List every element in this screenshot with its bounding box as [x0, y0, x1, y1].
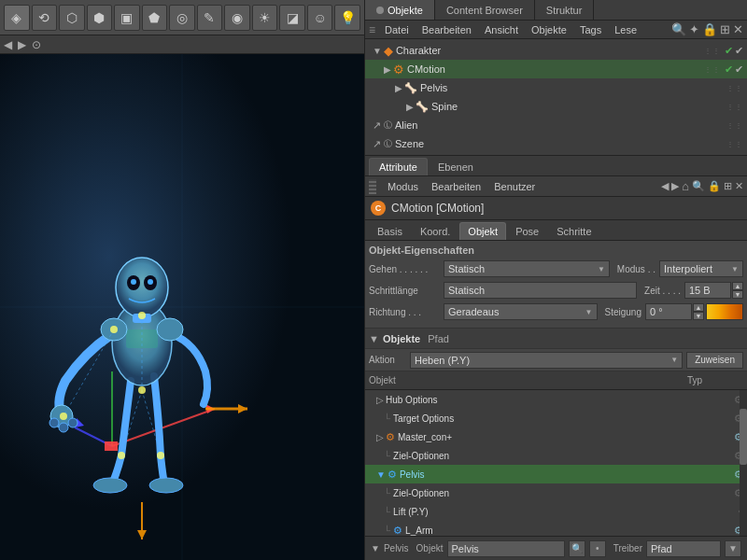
assign-button[interactable]: Zuweisen	[686, 352, 743, 369]
objects-section: ▼ Objekte Pfad Aktion Heben (P.Y) ▼ Zuwe…	[365, 329, 747, 536]
list-item-master-con[interactable]: ▷ ⚙ Master_con+ ⚙	[365, 427, 747, 446]
tree-item-pelvis[interactable]: ▶ 🦴 Pelvis ⋮⋮	[365, 78, 747, 97]
tool-poly[interactable]: ⬟	[142, 5, 168, 31]
status-search-btn[interactable]: 🔍	[569, 540, 585, 557]
list-item-ziel-optionen-2[interactable]: └ Ziel-Optionen ⚙	[365, 483, 747, 502]
tree-item-spine[interactable]: ▶ 🦴 Spine ⋮⋮	[365, 97, 747, 116]
home-icon[interactable]: ⌂	[682, 179, 689, 193]
tree-item-charakter[interactable]: ▼ ◆ Charakter ⋮⋮ ✔ ✔	[365, 41, 747, 60]
tab-pose[interactable]: Pose	[507, 222, 547, 240]
tab-content-browser[interactable]: Content Browser	[435, 0, 535, 20]
menu-datei[interactable]: Datei	[381, 24, 413, 35]
steigung-stepper[interactable]: ▲ ▼	[693, 303, 704, 320]
svg-point-33	[118, 452, 125, 459]
search2-icon[interactable]: 🔍	[692, 180, 705, 192]
prop-row-schrittlaenge: Schrittlänge Statisch Zeit . . . . 15 B …	[369, 281, 743, 300]
status-toggle-icon[interactable]: ▼	[371, 543, 380, 553]
tree-item-alien[interactable]: ↗ Ⓛ Alien ⋮⋮	[365, 116, 747, 134]
tool-light[interactable]: ☀	[252, 5, 278, 31]
attr-modus[interactable]: Modus	[384, 181, 422, 192]
attr-right-icons: ◀ ▶ ⌂ 🔍 🔒 ⊞ ✕	[661, 179, 743, 193]
menu-lese[interactable]: Lese	[611, 24, 641, 35]
menu-objekte[interactable]: Objekte	[528, 24, 571, 35]
tree-item-szene[interactable]: ↗ Ⓛ Szene ⋮⋮	[365, 134, 747, 153]
list-item-target-options[interactable]: └ Target Options ⚙	[365, 409, 747, 427]
action-arrow-icon: ▼	[670, 356, 678, 364]
status-treiber-field[interactable]: Pfad	[646, 540, 721, 557]
target-options-name: Target Options	[393, 413, 734, 424]
settings2-icon[interactable]: ⊞	[724, 180, 732, 192]
prop-input-schrittlaenge[interactable]: Statisch	[444, 282, 637, 299]
tool-select[interactable]: ◈	[4, 5, 30, 31]
steigung-step-down[interactable]: ▼	[693, 312, 704, 320]
tool-brush[interactable]: ◎	[169, 5, 195, 31]
tab-objekt[interactable]: Objekt	[459, 222, 506, 240]
nav-prev-icon[interactable]: ◀	[661, 180, 669, 192]
search-icon[interactable]: 🔍	[671, 22, 686, 36]
list-item-pelvis[interactable]: ▼ ⚙ Pelvis ⚙	[365, 465, 747, 483]
objects-toggle-icon[interactable]: ▼	[369, 333, 379, 344]
viewport-3d: ◈ ⟲ ⬡ ⬢ ▣ ⬟ ◎ ✎ ◉ ☀ ◪ ☺ 💡 ◀ ▶ ⊙	[0, 0, 364, 560]
nav-left[interactable]: ◀	[4, 38, 12, 51]
list-item-ziel-optionen-1[interactable]: └ Ziel-Optionen ⚙	[365, 446, 747, 465]
zeit-step-down[interactable]: ▼	[732, 290, 743, 299]
status-objekt-label: Objekt	[416, 543, 444, 553]
prop-select-gehen[interactable]: Statisch ▼	[444, 260, 610, 277]
list-item-l-arm[interactable]: └ ⚙ L_Arm ⚙	[365, 521, 747, 536]
menu-tags[interactable]: Tags	[576, 24, 605, 35]
attr-benutzer[interactable]: Benutzer	[490, 181, 539, 192]
tool-move[interactable]: ⟲	[32, 5, 58, 31]
settings-icon[interactable]: ⊞	[720, 22, 730, 36]
col-typ-label: Typ	[687, 375, 725, 385]
status-treiber-arrow-icon[interactable]: ▼	[725, 540, 741, 557]
tool-scale[interactable]: ⬡	[59, 5, 85, 31]
tool-face[interactable]: ◉	[224, 5, 250, 31]
tab-struktur[interactable]: Struktur	[535, 0, 595, 20]
lock2-icon[interactable]: 🔒	[708, 180, 721, 192]
top-tabs: Objekte Content Browser Struktur	[365, 0, 747, 21]
zeit-stepper[interactable]: ▲ ▼	[732, 282, 743, 299]
steigung-step-up[interactable]: ▲	[693, 303, 704, 312]
tool-pencil[interactable]: ✎	[197, 5, 223, 31]
tool-camera[interactable]: ◪	[279, 5, 305, 31]
zeit-step-up[interactable]: ▲	[732, 282, 743, 290]
magnet-icon[interactable]: ✦	[689, 22, 699, 36]
attr-tab-ebenen[interactable]: Ebenen	[428, 158, 484, 175]
nav-next-icon[interactable]: ▶	[671, 180, 679, 192]
prop-value-zeit[interactable]: 15 B	[684, 282, 731, 299]
action-select[interactable]: Heben (P.Y) ▼	[410, 352, 683, 369]
menu-ansicht[interactable]: Ansicht	[481, 24, 522, 35]
prop-select-richtung[interactable]: Geradeaus ▼	[444, 303, 598, 320]
svg-rect-8	[105, 441, 118, 451]
tool-lamp[interactable]: 💡	[334, 5, 360, 31]
status-objekt-field[interactable]: Pelvis	[447, 540, 565, 557]
attr-bearbeiten[interactable]: Bearbeiten	[428, 181, 485, 192]
tool-smiley[interactable]: ☺	[307, 5, 333, 31]
tab-schritte[interactable]: Schritte	[548, 222, 599, 240]
tree-dots-pelvis: ⋮⋮	[726, 84, 743, 92]
tool-rotate[interactable]: ⬢	[87, 5, 113, 31]
close-icon[interactable]: ✕	[733, 22, 743, 36]
tool-shape[interactable]: ▣	[114, 5, 140, 31]
tab-basis[interactable]: Basis	[369, 222, 411, 240]
list-item-lift[interactable]: └ Lift (P.Y) •	[365, 502, 747, 521]
tree-item-cmotion[interactable]: ▶ ⚙ CMotion ⋮⋮ ✔ ✔	[365, 60, 747, 78]
list-item-hub-options[interactable]: ▷ Hub Options ⚙	[365, 390, 747, 409]
object-list: ▷ Hub Options ⚙ └ Target Options ⚙ ▷ ⚙ M…	[365, 390, 747, 536]
svg-point-30	[110, 326, 118, 333]
object-list-scrollbar[interactable]	[740, 390, 747, 536]
nav-camera[interactable]: ⊙	[32, 38, 41, 51]
lock-icon[interactable]: 🔒	[702, 22, 717, 36]
tab-objekte[interactable]: Objekte	[365, 0, 435, 20]
tree-check-charakter: ✔	[725, 45, 733, 57]
prop-value-steigung[interactable]: 0 °	[645, 303, 692, 320]
menu-bearbeiten[interactable]: Bearbeiten	[418, 24, 475, 35]
ziel-optionen-2-name: Ziel-Optionen	[393, 488, 734, 498]
attr-tab-attribute[interactable]: Attribute	[369, 158, 428, 175]
close2-icon[interactable]: ✕	[735, 180, 743, 192]
status-dot-btn[interactable]: •	[589, 540, 606, 557]
tab-koord[interactable]: Koord.	[412, 222, 458, 240]
scrollbar-thumb[interactable]	[740, 409, 747, 465]
prop-select-modus[interactable]: Interpoliert ▼	[659, 260, 743, 277]
nav-right[interactable]: ▶	[18, 38, 26, 51]
